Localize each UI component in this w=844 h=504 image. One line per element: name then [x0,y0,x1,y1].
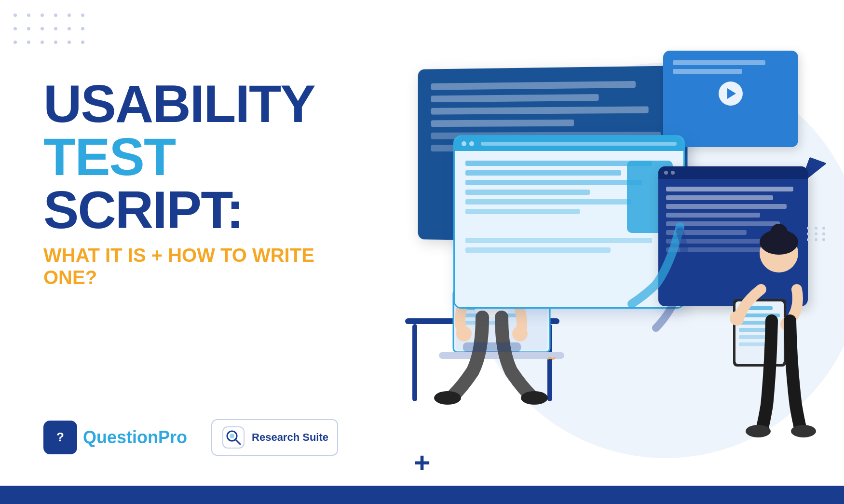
play-button [719,82,743,106]
research-suite-logo[interactable]: Research Suite [211,419,338,456]
questionpro-icon: ? [43,421,77,454]
logos-section: ? QuestionPro Research Suite [43,419,338,456]
research-suite-icon [221,425,246,450]
left-text-section: USABILITY TEST SCRIPT: WHAT IT IS + HOW … [43,77,323,288]
illustration-wrapper: × × c [371,24,834,477]
research-suite-text: Research Suite [252,431,328,444]
svg-line-4 [235,439,240,444]
questionpro-logo[interactable]: ? QuestionPro [43,421,187,454]
wave-decoration: ～ [545,350,558,367]
svg-point-20 [512,326,528,341]
svg-point-38 [746,425,771,437]
dot-grid-decoration [14,14,90,49]
heading-line1: USABILITY [43,77,323,130]
svg-point-19 [456,326,472,341]
svg-rect-23 [463,342,521,352]
screen-main [453,135,685,309]
svg-point-36 [730,311,744,326]
page-container: USABILITY TEST SCRIPT: WHAT IT IS + HOW … [0,0,844,504]
svg-rect-34 [739,335,765,339]
heading-subtitle: WHAT IT IS + HOW TO WRITE ONE? [43,244,323,288]
svg-rect-7 [412,324,417,401]
deco-dots [807,227,827,241]
svg-point-22 [521,391,548,405]
questionpro-text: QuestionPro [83,427,187,448]
person-standing-illustration [704,222,820,439]
bottom-bar [0,486,844,504]
svg-point-21 [434,391,461,405]
svg-text:?: ? [56,430,64,444]
svg-point-26 [770,224,788,241]
heading-line3: SCRIPT: [43,183,323,236]
svg-point-39 [791,425,816,437]
svg-point-5 [230,434,234,438]
heading-line2: TEST [43,130,323,183]
